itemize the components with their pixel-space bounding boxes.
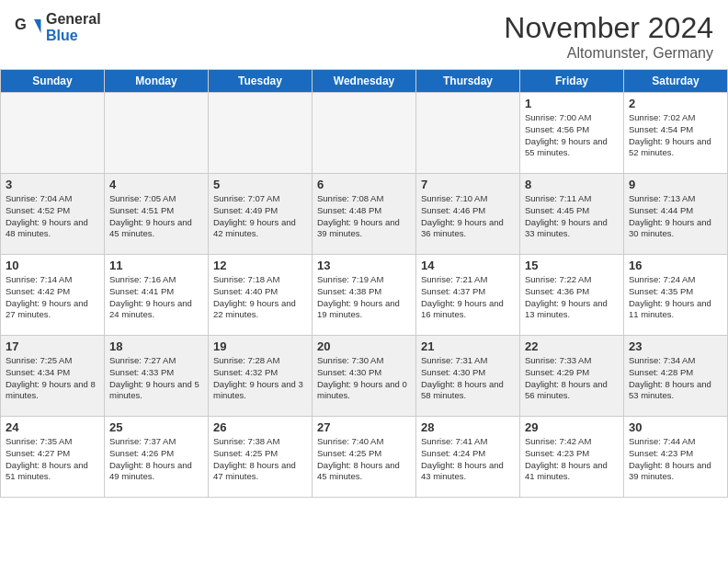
- day-info: Sunrise: 7:19 AMSunset: 4:38 PMDaylight:…: [317, 274, 411, 321]
- day-number: 8: [525, 178, 619, 191]
- column-header-friday: Friday: [520, 70, 624, 93]
- day-info: Sunrise: 7:18 AMSunset: 4:40 PMDaylight:…: [213, 274, 307, 321]
- day-number: 15: [525, 259, 619, 272]
- day-number: 21: [421, 339, 515, 353]
- day-number: 6: [317, 178, 411, 191]
- calendar-cell: 17Sunrise: 7:25 AMSunset: 4:34 PMDayligh…: [1, 336, 105, 417]
- title-block: November 2024 Altomunster, Germany: [504, 11, 713, 62]
- day-info: Sunrise: 7:37 AMSunset: 4:26 PMDaylight:…: [109, 436, 203, 483]
- day-info: Sunrise: 7:27 AMSunset: 4:33 PMDaylight:…: [109, 355, 203, 402]
- day-info: Sunrise: 7:34 AMSunset: 4:28 PMDaylight:…: [629, 355, 722, 402]
- calendar-cell: 27Sunrise: 7:40 AMSunset: 4:25 PMDayligh…: [313, 417, 416, 498]
- column-header-tuesday: Tuesday: [209, 70, 313, 93]
- day-info: Sunrise: 7:02 AMSunset: 4:54 PMDaylight:…: [629, 112, 722, 159]
- day-info: Sunrise: 7:38 AMSunset: 4:25 PMDaylight:…: [213, 436, 307, 483]
- calendar-cell: 15Sunrise: 7:22 AMSunset: 4:36 PMDayligh…: [520, 255, 624, 336]
- day-number: 30: [629, 420, 722, 434]
- logo-icon: G: [15, 14, 42, 41]
- calendar-cell: 12Sunrise: 7:18 AMSunset: 4:40 PMDayligh…: [209, 255, 313, 336]
- calendar-cell: 9Sunrise: 7:13 AMSunset: 4:44 PMDaylight…: [624, 174, 728, 255]
- column-header-saturday: Saturday: [624, 70, 728, 93]
- day-info: Sunrise: 7:42 AMSunset: 4:23 PMDaylight:…: [525, 436, 619, 483]
- day-info: Sunrise: 7:30 AMSunset: 4:30 PMDaylight:…: [317, 355, 411, 402]
- calendar-cell: [1, 93, 105, 174]
- day-info: Sunrise: 7:14 AMSunset: 4:42 PMDaylight:…: [6, 274, 99, 321]
- calendar-cell: 5Sunrise: 7:07 AMSunset: 4:49 PMDaylight…: [209, 174, 313, 255]
- calendar-cell: 3Sunrise: 7:04 AMSunset: 4:52 PMDaylight…: [1, 174, 105, 255]
- day-number: 9: [629, 178, 722, 191]
- day-number: 1: [525, 97, 619, 110]
- day-info: Sunrise: 7:22 AMSunset: 4:36 PMDaylight:…: [525, 274, 619, 321]
- calendar-cell: 14Sunrise: 7:21 AMSunset: 4:37 PMDayligh…: [416, 255, 520, 336]
- calendar-cell: 29Sunrise: 7:42 AMSunset: 4:23 PMDayligh…: [520, 417, 624, 498]
- day-info: Sunrise: 7:04 AMSunset: 4:52 PMDaylight:…: [6, 193, 99, 240]
- day-info: Sunrise: 7:21 AMSunset: 4:37 PMDaylight:…: [421, 274, 515, 321]
- day-info: Sunrise: 7:28 AMSunset: 4:32 PMDaylight:…: [213, 355, 307, 402]
- day-info: Sunrise: 7:31 AMSunset: 4:30 PMDaylight:…: [421, 355, 515, 402]
- day-number: 5: [213, 178, 307, 191]
- calendar-cell: 28Sunrise: 7:41 AMSunset: 4:24 PMDayligh…: [416, 417, 520, 498]
- logo-general: General: [46, 11, 101, 28]
- day-info: Sunrise: 7:08 AMSunset: 4:48 PMDaylight:…: [317, 193, 411, 240]
- calendar-cell: 19Sunrise: 7:28 AMSunset: 4:32 PMDayligh…: [209, 336, 313, 417]
- calendar-cell: 2Sunrise: 7:02 AMSunset: 4:54 PMDaylight…: [624, 93, 728, 174]
- day-info: Sunrise: 7:16 AMSunset: 4:41 PMDaylight:…: [109, 274, 203, 321]
- calendar-cell: [416, 93, 520, 174]
- column-header-sunday: Sunday: [1, 70, 105, 93]
- day-number: 23: [629, 339, 722, 353]
- column-header-monday: Monday: [105, 70, 209, 93]
- day-info: Sunrise: 7:41 AMSunset: 4:24 PMDaylight:…: [421, 436, 515, 483]
- day-number: 2: [629, 97, 722, 110]
- day-number: 20: [317, 339, 411, 353]
- calendar-cell: 22Sunrise: 7:33 AMSunset: 4:29 PMDayligh…: [520, 336, 624, 417]
- day-info: Sunrise: 7:33 AMSunset: 4:29 PMDaylight:…: [525, 355, 619, 402]
- svg-marker-1: [34, 19, 41, 33]
- calendar-cell: 8Sunrise: 7:11 AMSunset: 4:45 PMDaylight…: [520, 174, 624, 255]
- day-number: 18: [109, 339, 203, 353]
- day-number: 17: [6, 339, 99, 353]
- day-info: Sunrise: 7:10 AMSunset: 4:46 PMDaylight:…: [421, 193, 515, 240]
- column-header-wednesday: Wednesday: [313, 70, 416, 93]
- calendar-cell: 13Sunrise: 7:19 AMSunset: 4:38 PMDayligh…: [313, 255, 416, 336]
- day-info: Sunrise: 7:35 AMSunset: 4:27 PMDaylight:…: [6, 436, 99, 483]
- day-info: Sunrise: 7:40 AMSunset: 4:25 PMDaylight:…: [317, 436, 411, 483]
- day-number: 16: [629, 259, 722, 272]
- column-header-thursday: Thursday: [416, 70, 520, 93]
- day-number: 12: [213, 259, 307, 272]
- calendar-table: SundayMondayTuesdayWednesdayThursdayFrid…: [0, 69, 728, 498]
- day-number: 29: [525, 420, 619, 434]
- day-number: 26: [213, 420, 307, 434]
- day-info: Sunrise: 7:11 AMSunset: 4:45 PMDaylight:…: [525, 193, 619, 240]
- page-header: G General Blue November 2024 Altomunster…: [0, 0, 728, 69]
- day-number: 24: [6, 420, 99, 434]
- calendar-cell: [209, 93, 313, 174]
- logo: G General Blue: [15, 11, 101, 43]
- calendar-cell: 7Sunrise: 7:10 AMSunset: 4:46 PMDaylight…: [416, 174, 520, 255]
- day-info: Sunrise: 7:25 AMSunset: 4:34 PMDaylight:…: [6, 355, 99, 402]
- day-info: Sunrise: 7:00 AMSunset: 4:56 PMDaylight:…: [525, 112, 619, 159]
- calendar-cell: 20Sunrise: 7:30 AMSunset: 4:30 PMDayligh…: [313, 336, 416, 417]
- calendar-cell: 10Sunrise: 7:14 AMSunset: 4:42 PMDayligh…: [1, 255, 105, 336]
- day-number: 28: [421, 420, 515, 434]
- day-number: 3: [6, 178, 99, 191]
- calendar-cell: 18Sunrise: 7:27 AMSunset: 4:33 PMDayligh…: [105, 336, 209, 417]
- day-number: 14: [421, 259, 515, 272]
- calendar-cell: 23Sunrise: 7:34 AMSunset: 4:28 PMDayligh…: [624, 336, 728, 417]
- logo-blue: Blue: [46, 28, 101, 44]
- day-number: 22: [525, 339, 619, 353]
- calendar-cell: [105, 93, 209, 174]
- day-number: 10: [6, 259, 99, 272]
- day-number: 4: [109, 178, 203, 191]
- calendar-cell: 26Sunrise: 7:38 AMSunset: 4:25 PMDayligh…: [209, 417, 313, 498]
- day-number: 25: [109, 420, 203, 434]
- day-info: Sunrise: 7:07 AMSunset: 4:49 PMDaylight:…: [213, 193, 307, 240]
- day-info: Sunrise: 7:44 AMSunset: 4:23 PMDaylight:…: [629, 436, 722, 483]
- day-number: 13: [317, 259, 411, 272]
- calendar-cell: 21Sunrise: 7:31 AMSunset: 4:30 PMDayligh…: [416, 336, 520, 417]
- day-number: 7: [421, 178, 515, 191]
- calendar-cell: [313, 93, 416, 174]
- day-number: 27: [317, 420, 411, 434]
- svg-text:G: G: [15, 15, 27, 31]
- calendar-cell: 6Sunrise: 7:08 AMSunset: 4:48 PMDaylight…: [313, 174, 416, 255]
- day-number: 19: [213, 339, 307, 353]
